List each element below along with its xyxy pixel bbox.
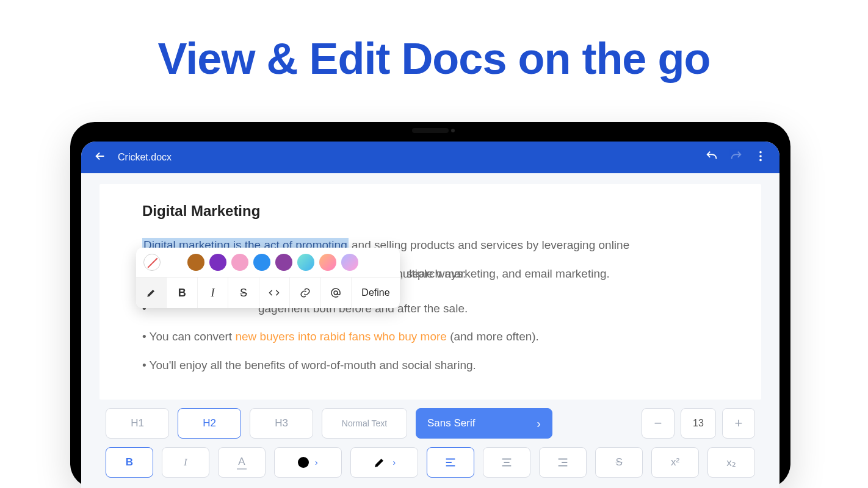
doc-link-text[interactable]: new buyers into rabid fans who buy more [235, 330, 446, 343]
decrease-size-button[interactable]: − [642, 408, 675, 439]
increase-size-button[interactable]: + [722, 408, 755, 439]
color-none[interactable] [143, 254, 161, 271]
heading-h3-button[interactable]: H3 [250, 408, 313, 439]
doc-heading: Digital Marketing [142, 203, 718, 220]
redo-icon [729, 149, 743, 165]
popup-tool-row: B I S Define [136, 277, 400, 308]
color-green[interactable] [165, 254, 183, 271]
font-family-label: Sans Serif [427, 417, 475, 429]
define-button[interactable]: Define [352, 278, 400, 308]
font-size-value[interactable]: 13 [681, 408, 716, 439]
align-center-button[interactable] [483, 447, 530, 478]
strikethrough-toggle[interactable]: S [595, 447, 643, 478]
color-gradient-sunset[interactable] [319, 254, 336, 271]
color-blue[interactable] [253, 254, 270, 271]
color-gradient-pastel[interactable] [341, 254, 358, 271]
bold-button[interactable]: B [167, 278, 197, 308]
align-left-icon [444, 456, 457, 469]
chevron-right-icon: › [537, 417, 541, 431]
back-icon[interactable] [93, 149, 107, 165]
highlight-color-button[interactable]: › [350, 447, 418, 478]
highlighter-icon[interactable] [136, 278, 167, 308]
align-right-icon [556, 456, 570, 469]
app-bar: Cricket.docx [81, 142, 779, 173]
align-right-button[interactable] [539, 447, 587, 478]
doc-bullet-2: • You can convert new buyers into rabid … [142, 328, 718, 346]
code-icon[interactable] [259, 278, 290, 308]
color-brown[interactable] [187, 254, 204, 271]
document-filename: Cricket.docx [118, 152, 172, 163]
bottom-toolbar: H1 H2 H3 Normal Text Sans Serif › − 13 +… [81, 400, 779, 486]
more-icon[interactable] [754, 149, 767, 165]
align-center-icon [500, 456, 513, 469]
link-icon[interactable] [290, 278, 320, 308]
mention-icon[interactable] [321, 278, 352, 308]
strikethrough-button[interactable]: S [228, 278, 259, 308]
color-violet[interactable] [275, 254, 292, 271]
color-gradient-teal[interactable] [297, 254, 314, 271]
text-color-button[interactable]: A [218, 447, 266, 478]
heading-h1-button[interactable]: H1 [106, 408, 169, 439]
svg-point-0 [760, 152, 761, 153]
color-pink[interactable] [231, 254, 248, 271]
doc-text: • You can convert [142, 330, 235, 343]
color-row [136, 248, 400, 277]
fill-color-button[interactable]: › [274, 447, 342, 478]
marker-icon [373, 456, 386, 469]
doc-bullet-3: • You'll enjoy all the benefits of word-… [142, 357, 718, 375]
italic-toggle[interactable]: I [162, 447, 209, 478]
undo-icon[interactable] [705, 149, 718, 165]
svg-point-1 [760, 156, 761, 157]
svg-point-3 [334, 291, 338, 295]
chevron-right-icon: › [315, 458, 318, 467]
tablet-camera [412, 128, 449, 133]
app-screen: Cricket.docx Digital Marketing Digital m… [81, 142, 779, 488]
marketing-headline: View & Edit Docs on the go [0, 34, 868, 84]
italic-button[interactable]: I [198, 278, 228, 308]
normal-text-button[interactable]: Normal Text [322, 408, 407, 439]
format-popup: B I S Define [136, 248, 400, 308]
text-color-icon: A [237, 456, 246, 470]
heading-h2-button[interactable]: H2 [178, 408, 241, 439]
chevron-right-icon: › [392, 458, 396, 467]
subscript-button[interactable]: x₂ [707, 447, 755, 478]
superscript-button[interactable]: x² [651, 447, 699, 478]
black-dot-icon [298, 457, 309, 468]
font-family-dropdown[interactable]: Sans Serif › [416, 408, 552, 439]
color-purple[interactable] [209, 254, 226, 271]
svg-point-2 [760, 160, 761, 161]
bold-toggle[interactable]: B [106, 447, 153, 478]
doc-text: (and more often). [447, 330, 539, 343]
document-canvas[interactable]: Digital Marketing Digital marketing is t… [99, 184, 761, 400]
tablet-mockup: Cricket.docx Digital Marketing Digital m… [70, 122, 790, 488]
align-left-button[interactable] [427, 447, 474, 478]
